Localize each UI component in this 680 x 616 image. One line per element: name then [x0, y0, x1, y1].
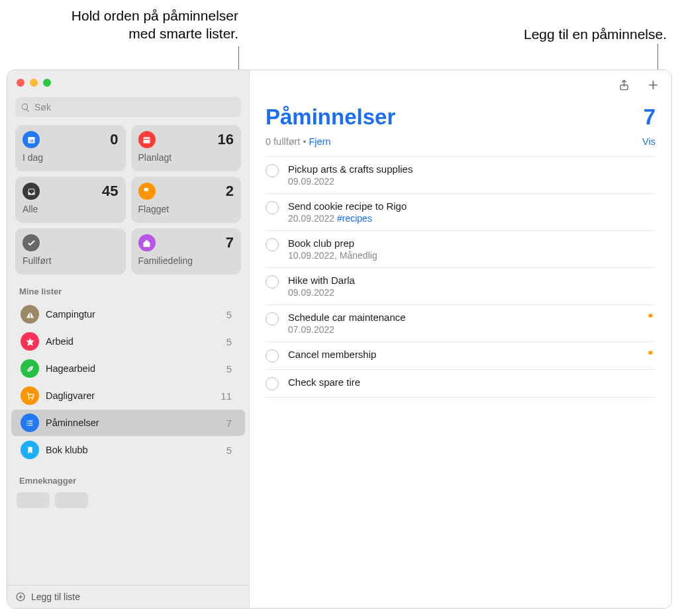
share-button[interactable]	[616, 77, 632, 93]
smart-label: Fullført	[23, 255, 119, 266]
plus-circle-icon	[15, 592, 26, 602]
complete-toggle[interactable]	[266, 349, 279, 363]
smart-label: Alle	[23, 204, 119, 214]
toolbar	[250, 70, 671, 95]
smart-card-planlagt[interactable]: 16Planlagt	[131, 125, 242, 171]
sidebar-list-campingtur[interactable]: Campingtur5	[11, 301, 245, 328]
smart-count: 0	[110, 131, 118, 148]
reminder-title: Check spare tire	[288, 376, 656, 388]
tags-row	[7, 490, 249, 508]
list-count: 5	[226, 309, 232, 320]
list-count: 5	[226, 363, 232, 374]
clear-completed-button[interactable]: Fjern	[309, 136, 331, 147]
completed-row: 0 fullført • Fjern Vis	[250, 132, 671, 156]
reminder-meta: 09.09.2022	[288, 287, 656, 298]
callout-smart-lists: Hold orden på påminnelser med smarte lis…	[53, 7, 238, 43]
section-my-lists: Mine lister	[7, 275, 249, 300]
smart-card-alle[interactable]: 45Alle	[15, 177, 126, 223]
reminder-row[interactable]: Send cookie recipe to Rigo20.09.2022 #re…	[266, 194, 656, 231]
smart-card-i-dag[interactable]: 180I dag	[15, 125, 126, 171]
show-completed-button[interactable]: Vis	[642, 136, 656, 147]
reminder-title: Send cookie recipe to Rigo	[288, 200, 656, 212]
leaf-icon	[21, 359, 39, 378]
smart-card-fullført[interactable]: Fullført	[15, 228, 126, 275]
app-window: Søk 180I dag16Planlagt45Alle2FlaggetFull…	[7, 69, 672, 609]
fullscreen-button[interactable]	[43, 79, 51, 87]
smart-lists-grid: 180I dag16Planlagt45Alle2FlaggetFullført…	[7, 125, 249, 275]
tent-icon	[21, 305, 39, 324]
smart-label: Flagget	[138, 204, 234, 214]
svg-point-11	[26, 422, 28, 423]
sidebar-list-hagearbeid[interactable]: Hagearbeid5	[11, 355, 245, 382]
list-count: 5	[226, 445, 232, 456]
check-icon	[23, 234, 40, 251]
completed-count: 0 fullført	[266, 136, 300, 147]
list-count: 7	[226, 418, 232, 429]
complete-toggle[interactable]	[266, 275, 279, 288]
add-list-button[interactable]: Legg til liste	[7, 585, 249, 608]
inbox-icon	[23, 183, 40, 200]
share-icon	[618, 79, 630, 91]
sidebar-list-påminnelser[interactable]: Påminnelser7	[11, 410, 245, 436]
list-name: Arbeid	[46, 336, 226, 347]
list-count: 7	[644, 105, 656, 130]
flag-icon	[646, 349, 656, 361]
reminder-title: Schedule car maintenance	[288, 312, 637, 323]
sidebar-list-bok-klubb[interactable]: Bok klubb5	[11, 437, 245, 463]
close-button[interactable]	[17, 79, 24, 87]
svg-point-12	[26, 424, 28, 425]
search-placeholder: Søk	[34, 102, 51, 112]
complete-toggle[interactable]	[266, 201, 279, 214]
sidebar-list-arbeid[interactable]: Arbeid5	[11, 328, 245, 355]
reminder-title: Pickup arts & crafts supplies	[288, 163, 656, 175]
flag-icon	[138, 183, 156, 200]
smart-card-flagget[interactable]: 2Flagget	[131, 177, 242, 223]
complete-toggle[interactable]	[266, 238, 279, 251]
list-name: Hagearbeid	[46, 363, 226, 374]
tag-chip[interactable]	[55, 492, 88, 508]
add-list-label: Legg til liste	[31, 592, 80, 602]
complete-toggle[interactable]	[266, 377, 279, 390]
smart-label: I dag	[23, 152, 119, 163]
svg-point-10	[26, 420, 28, 421]
complete-toggle[interactable]	[266, 312, 279, 326]
smart-label: Planlagt	[138, 152, 234, 163]
reminder-row[interactable]: Book club prep10.09.2022, Månedlig	[266, 231, 656, 268]
reminder-tag[interactable]: #recipes	[337, 213, 372, 224]
search-input[interactable]: Søk	[15, 97, 241, 117]
reminder-row[interactable]: Cancel membership	[266, 342, 656, 370]
reminder-row[interactable]: Pickup arts & crafts supplies09.09.2022	[266, 156, 656, 194]
smart-count: 7	[226, 234, 234, 251]
complete-toggle[interactable]	[266, 164, 279, 177]
reminder-row[interactable]: Check spare tire	[266, 370, 656, 398]
minimize-button[interactable]	[30, 79, 38, 87]
svg-rect-3	[144, 137, 150, 143]
reminder-row[interactable]: Schedule car maintenance07.09.2022	[266, 305, 656, 342]
star-icon	[21, 332, 39, 351]
smart-label: Familiedeling	[138, 255, 234, 266]
reminder-meta: 20.09.2022 #recipes	[288, 213, 656, 224]
reminder-meta: 10.09.2022, Månedlig	[288, 250, 656, 261]
list-name: Campingtur	[46, 309, 226, 320]
plus-icon	[647, 79, 659, 91]
my-lists: Campingtur5Arbeid5Hagearbeid5Dagligvarer…	[7, 300, 249, 464]
reminder-meta: 09.09.2022	[288, 176, 656, 187]
sidebar-list-dagligvarer[interactable]: Dagligvarer11	[11, 382, 245, 409]
list-count: 11	[220, 390, 232, 402]
list-name: Dagligvarer	[46, 390, 220, 401]
bookmark-icon	[21, 441, 39, 459]
window-controls	[7, 70, 249, 93]
tag-chip[interactable]	[17, 492, 50, 508]
main-panel: Påminnelser 7 0 fullført • Fjern Vis Pic…	[250, 70, 671, 608]
list-name: Påminnelser	[46, 418, 226, 428]
section-tags: Emneknagger	[7, 464, 249, 490]
smart-card-familiedeling[interactable]: 7Familiedeling	[131, 228, 242, 275]
add-reminder-button[interactable]	[645, 77, 661, 93]
smart-count: 45	[102, 183, 118, 200]
list-icon	[21, 414, 39, 432]
reminder-title: Cancel membership	[288, 349, 637, 360]
smart-count: 16	[218, 131, 234, 148]
search-icon	[21, 103, 30, 112]
reminder-row[interactable]: Hike with Darla09.09.2022	[266, 268, 656, 305]
list-count: 5	[226, 336, 232, 347]
